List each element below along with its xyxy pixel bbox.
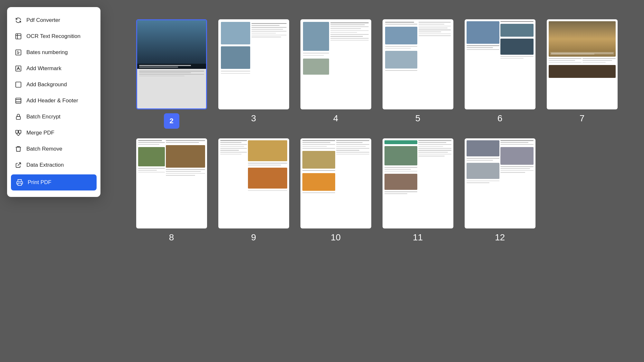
refresh-icon bbox=[15, 17, 22, 24]
dropdown-menu: Pdf Converter OCR Text Recognition Bates… bbox=[7, 7, 100, 197]
menu-label-ocr: OCR Text Recognition bbox=[26, 33, 80, 40]
svg-rect-3 bbox=[16, 98, 21, 104]
page-number-7: 7 bbox=[580, 113, 585, 124]
pdf-thumb-3[interactable] bbox=[218, 19, 289, 109]
menu-label-background: Add Background bbox=[26, 81, 67, 88]
menu-label-batch-encrypt: Batch Encrypt bbox=[26, 114, 61, 120]
pdf-card-11[interactable]: 11 bbox=[382, 138, 454, 243]
background-icon bbox=[15, 81, 22, 88]
menu-label-header-footer: Add Header & Footer bbox=[26, 97, 78, 104]
menu-label-data-extraction: Data Extraction bbox=[26, 162, 64, 168]
pdf-card-12[interactable]: 12 bbox=[464, 138, 536, 243]
pdf-card-2[interactable]: 2 bbox=[135, 19, 208, 129]
page-number-4: 4 bbox=[333, 113, 338, 124]
menu-label-watermark: Add Wtermark bbox=[26, 65, 62, 72]
svg-rect-7 bbox=[18, 183, 22, 185]
pdf-thumb-9[interactable] bbox=[218, 138, 289, 228]
svg-rect-6 bbox=[19, 130, 21, 133]
menu-item-background[interactable]: Add Background bbox=[7, 77, 100, 93]
extract-icon bbox=[15, 162, 22, 169]
lock-icon bbox=[15, 113, 22, 120]
pdf-grid: 2 bbox=[135, 19, 618, 243]
pdf-thumb-7[interactable] bbox=[547, 19, 618, 109]
svg-rect-5 bbox=[16, 130, 18, 133]
menu-label-bates: Bates numbering bbox=[26, 49, 68, 56]
svg-rect-2 bbox=[16, 82, 21, 88]
pdf-card-10[interactable]: 10 bbox=[299, 138, 372, 243]
svg-rect-4 bbox=[16, 116, 21, 119]
trash-icon bbox=[15, 145, 22, 153]
print-icon bbox=[16, 179, 23, 186]
pdf-thumb-11[interactable] bbox=[383, 138, 453, 228]
pdf-card-7[interactable]: 7 bbox=[546, 19, 618, 129]
pdf-card-5[interactable]: 5 bbox=[382, 19, 454, 129]
menu-label-pdf-converter: Pdf Converter bbox=[26, 17, 60, 23]
page-number-10: 10 bbox=[331, 232, 341, 243]
pdf-card-9[interactable]: 9 bbox=[217, 138, 290, 243]
page-number-9: 9 bbox=[251, 232, 256, 243]
menu-label-batch-remove: Batch Remove bbox=[26, 146, 62, 152]
pdf-thumb-8[interactable] bbox=[136, 138, 207, 228]
menu-item-ocr[interactable]: OCR Text Recognition bbox=[7, 28, 100, 44]
page-number-3: 3 bbox=[251, 113, 256, 124]
menu-item-header-footer[interactable]: Add Header & Footer bbox=[7, 93, 100, 109]
watermark-icon bbox=[15, 65, 22, 72]
page-number-12: 12 bbox=[495, 232, 505, 243]
pdf-card-4[interactable]: 4 bbox=[299, 19, 372, 129]
pdf-thumb-10[interactable] bbox=[300, 138, 371, 228]
page-number-badge-2: 2 bbox=[164, 113, 179, 129]
menu-item-batch-encrypt[interactable]: Batch Encrypt bbox=[7, 109, 100, 125]
menu-item-pdf-converter[interactable]: Pdf Converter bbox=[7, 12, 100, 28]
menu-item-data-extraction[interactable]: Data Extraction bbox=[7, 157, 100, 173]
page-number-5: 5 bbox=[415, 113, 421, 124]
pdf-card-6[interactable]: 6 bbox=[464, 19, 536, 129]
page-number-11: 11 bbox=[413, 232, 423, 243]
pdf-thumb-12[interactable] bbox=[465, 138, 535, 228]
file-number-icon bbox=[15, 49, 22, 56]
pdf-card-8[interactable]: 8 bbox=[135, 138, 208, 243]
page-number-8: 8 bbox=[169, 232, 174, 243]
pdf-thumb-5[interactable] bbox=[383, 19, 453, 109]
merge-icon bbox=[15, 129, 22, 136]
pdf-card-3[interactable]: 3 bbox=[217, 19, 290, 129]
menu-item-batch-remove[interactable]: Batch Remove bbox=[7, 141, 100, 157]
scan-icon bbox=[15, 33, 22, 40]
menu-item-watermark[interactable]: Add Wtermark bbox=[7, 60, 100, 77]
menu-item-bates-numbering[interactable]: Bates numbering bbox=[7, 44, 100, 60]
menu-label-merge: Merge PDF bbox=[26, 130, 54, 136]
pdf-thumb-6[interactable] bbox=[465, 19, 535, 109]
menu-item-print-pdf[interactable]: Print PDF bbox=[11, 174, 97, 190]
header-icon bbox=[15, 97, 22, 104]
pdf-thumb-2[interactable] bbox=[136, 19, 207, 109]
menu-item-merge-pdf[interactable]: Merge PDF bbox=[7, 125, 100, 141]
menu-label-print: Print PDF bbox=[28, 179, 52, 186]
page-number-6: 6 bbox=[497, 113, 503, 124]
pdf-thumb-4[interactable] bbox=[300, 19, 371, 109]
